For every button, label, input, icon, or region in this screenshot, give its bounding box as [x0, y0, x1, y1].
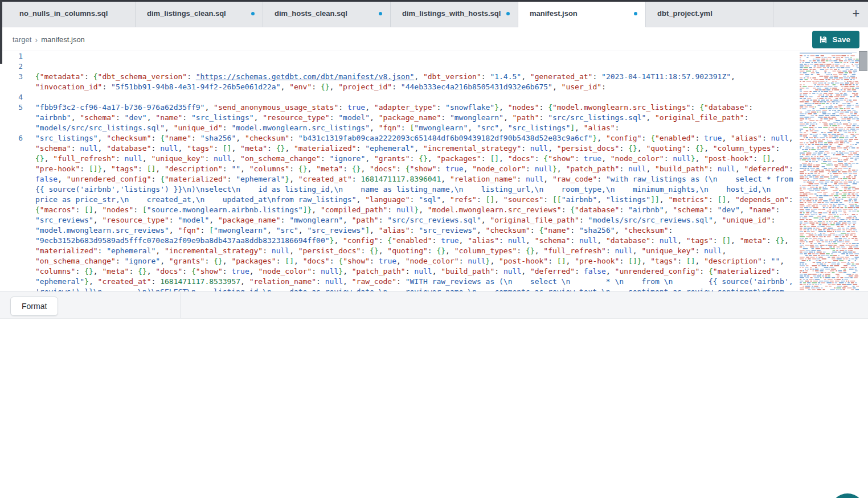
tab-strip: no_nulls_in_columns.sql dim_listings_cle…	[8, 0, 773, 27]
breadcrumb: target › manifest.json	[13, 35, 85, 44]
tab-label: no_nulls_in_columns.sql	[19, 9, 108, 18]
tab-bar: no_nulls_in_columns.sql dim_listings_cle…	[0, 0, 868, 27]
code-line[interactable]: 1	[0, 51, 799, 61]
code-line[interactable]: 6 "src_listings", "checksum": {"name": "…	[0, 133, 799, 291]
line-number: 3	[0, 72, 35, 82]
save-label: Save	[832, 35, 850, 44]
line-number: 6	[0, 133, 35, 143]
line-number: 5	[0, 102, 35, 113]
breadcrumb-folder: target	[13, 35, 31, 44]
code-line-text	[35, 51, 799, 61]
tab-dim-listings-clean-sql[interactable]: dim_listings_clean.sql	[136, 0, 263, 27]
unsaved-indicator-dot	[634, 12, 637, 15]
floppy-disk-icon	[819, 35, 828, 44]
app-root: no_nulls_in_columns.sql dim_listings_cle…	[0, 0, 868, 498]
tab-dbt-project-yml[interactable]: dbt_project.yml	[646, 0, 773, 27]
tab-label: dbt_project.yml	[657, 9, 713, 18]
line-number: 1	[0, 51, 35, 61]
minimap[interactable]	[799, 51, 859, 291]
plus-icon: +	[853, 6, 860, 20]
editor-footer-bar: Format	[0, 291, 868, 318]
code-editor[interactable]: 1 2 3 {"metadata": {"dbt_schema_version"…	[0, 51, 868, 291]
tab-no-nulls-in-columns-sql[interactable]: no_nulls_in_columns.sql	[8, 0, 136, 27]
code-line-text: {"metadata": {"dbt_schema_version": "htt…	[35, 72, 799, 92]
code-line[interactable]: 2	[0, 61, 799, 72]
code-line[interactable]: 5 "fbb9f3c2-cf96-4a17-b736-976a62d35ff9"…	[0, 102, 799, 133]
tab-manifest-json[interactable]: manifest.json	[518, 0, 646, 27]
results-panel	[0, 318, 868, 498]
unsaved-indicator-dot	[506, 12, 510, 15]
tab-label: dim_listings_clean.sql	[147, 9, 226, 18]
line-number: 4	[0, 92, 35, 102]
tab-dim-hosts-clean-sql[interactable]: dim_hosts_clean.sql	[263, 0, 391, 27]
tab-label: dim_listings_with_hosts.sql	[402, 9, 501, 18]
chevron-right-icon: ›	[35, 35, 38, 44]
code-line-text	[35, 61, 799, 72]
tab-dim-listings-with-hosts-sql[interactable]: dim_listings_with_hosts.sql	[391, 0, 518, 27]
unsaved-indicator-dot	[251, 12, 255, 15]
code-area[interactable]: 1 2 3 {"metadata": {"dbt_schema_version"…	[0, 51, 799, 291]
scrollbar-thumb[interactable]	[859, 51, 867, 71]
code-line[interactable]: 3 {"metadata": {"dbt_schema_version": "h…	[0, 72, 799, 92]
breadcrumb-bar: target › manifest.json Save	[0, 27, 868, 51]
save-button[interactable]: Save	[812, 31, 859, 48]
window-top-edge	[0, 0, 868, 2]
line-number: 2	[0, 61, 35, 72]
tab-label: manifest.json	[530, 9, 578, 18]
footer-divider	[180, 292, 181, 319]
unsaved-indicator-dot	[379, 12, 382, 15]
breadcrumb-file: manifest.json	[41, 35, 85, 44]
code-line-text: "fbb9f3c2-cf96-4a17-b736-976a62d35ff9", …	[35, 102, 799, 133]
code-line-text	[35, 92, 799, 102]
window-left-edge	[0, 0, 2, 64]
tab-label: dim_hosts_clean.sql	[275, 9, 347, 18]
code-line[interactable]: 4	[0, 92, 799, 102]
format-button[interactable]: Format	[10, 297, 58, 316]
code-line-text: "src_listings", "checksum": {"name": "sh…	[35, 133, 799, 291]
new-tab-button[interactable]: +	[849, 6, 863, 21]
